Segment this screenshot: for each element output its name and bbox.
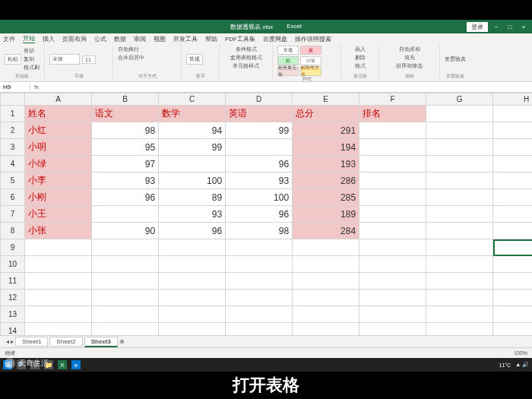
cell-D6[interactable]: 100 [226, 189, 293, 206]
cell-E6[interactable]: 285 [293, 189, 359, 206]
cell-D10[interactable] [226, 256, 293, 273]
cell-H2[interactable] [493, 122, 532, 139]
cell-G5[interactable] [426, 173, 493, 189]
row-header-7[interactable]: 7 [1, 206, 25, 223]
row-header-2[interactable]: 2 [1, 122, 25, 139]
cell-B2[interactable]: 98 [92, 122, 159, 139]
cell-C4[interactable] [159, 156, 226, 173]
cell-H12[interactable] [493, 290, 532, 306]
cell-A6[interactable]: 小刚 [25, 189, 92, 206]
row-header-4[interactable]: 4 [1, 156, 25, 173]
cell-G12[interactable] [426, 290, 493, 306]
sheet-tab-1[interactable]: Sheet1 [15, 337, 48, 347]
copy-button[interactable]: 复制 [24, 55, 40, 63]
cell-B4[interactable]: 97 [92, 156, 159, 173]
cell-G13[interactable] [426, 306, 493, 323]
cell-B14[interactable] [92, 323, 159, 336]
cell-C12[interactable] [159, 290, 226, 306]
cell-C6[interactable]: 89 [159, 189, 226, 206]
cell-F7[interactable] [359, 206, 426, 223]
painter-button[interactable]: 格式刷 [24, 64, 40, 71]
cell-C5[interactable]: 100 [159, 173, 226, 189]
cell-B6[interactable]: 96 [92, 189, 159, 206]
style-check[interactable]: 检查单元格 [277, 67, 299, 76]
wrap-button[interactable]: 自动换行 [118, 46, 139, 53]
cell-C10[interactable] [159, 256, 226, 273]
cell-C8[interactable]: 96 [159, 223, 226, 239]
col-header-H[interactable]: H [493, 93, 532, 106]
cell-F14[interactable] [359, 323, 426, 336]
cell-E5[interactable]: 286 [293, 173, 359, 189]
minimize-button[interactable]: − [491, 24, 502, 30]
cell-E7[interactable]: 189 [293, 206, 359, 223]
cell-G2[interactable] [426, 122, 493, 139]
login-button[interactable]: 登录 [467, 22, 488, 32]
cell-G11[interactable] [426, 273, 493, 290]
cell-B7[interactable] [92, 206, 159, 223]
row-header-6[interactable]: 6 [1, 189, 25, 206]
cell-F8[interactable] [359, 223, 426, 239]
cell-A10[interactable] [25, 256, 92, 273]
cell-F1[interactable]: 排名 [359, 106, 426, 122]
cell-H10[interactable] [493, 256, 532, 273]
fx-icon[interactable]: fx [30, 84, 43, 90]
cell-E2[interactable]: 291 [293, 122, 359, 139]
cell-C2[interactable]: 94 [159, 122, 226, 139]
col-header-D[interactable]: D [226, 93, 293, 106]
cell-C11[interactable] [159, 273, 226, 290]
cell-G3[interactable] [426, 139, 493, 156]
row-header-3[interactable]: 3 [1, 139, 25, 156]
row-header-8[interactable]: 8 [1, 223, 25, 239]
cell-D8[interactable]: 98 [226, 223, 293, 239]
style-explain[interactable]: 解释性文本 [300, 67, 321, 76]
tab-tellme[interactable]: 操作说明搜索 [295, 35, 331, 43]
cell-C9[interactable] [159, 239, 226, 256]
cell-B11[interactable] [92, 273, 159, 290]
tab-layout[interactable]: 页面布局 [62, 35, 87, 43]
cell-E12[interactable] [293, 290, 359, 306]
row-header-1[interactable]: 1 [1, 106, 25, 122]
cell-D1[interactable]: 英语 [226, 106, 293, 122]
cell-H7[interactable] [493, 206, 532, 223]
cell-B3[interactable]: 95 [92, 139, 159, 156]
cell-A8[interactable]: 小张 [25, 223, 92, 239]
tab-home[interactable]: 开始 [23, 34, 35, 43]
cell-A5[interactable]: 小李 [25, 173, 92, 189]
cell-C1[interactable]: 数学 [159, 106, 226, 122]
cell-D2[interactable]: 99 [226, 122, 293, 139]
insert-cells[interactable]: 插入 [355, 46, 366, 53]
cell-H4[interactable] [493, 156, 532, 173]
cell-B12[interactable] [92, 290, 159, 306]
cell-C13[interactable] [159, 306, 226, 323]
cell-H8[interactable] [493, 223, 532, 239]
cell-G4[interactable] [426, 156, 493, 173]
col-header-G[interactable]: G [426, 93, 493, 106]
invoice-verify[interactable]: 发票验真 [445, 55, 466, 63]
cell-H9[interactable] [493, 239, 532, 256]
row-header-5[interactable]: 5 [1, 173, 25, 189]
cut-button[interactable]: 剪切 [24, 47, 40, 55]
cell-B9[interactable] [92, 239, 159, 256]
cell-D9[interactable] [226, 239, 293, 256]
cell-H13[interactable] [493, 306, 532, 323]
cell-G10[interactable] [426, 256, 493, 273]
cell-G8[interactable] [426, 223, 493, 239]
tab-dev[interactable]: 开发工具 [173, 35, 198, 43]
cell-B5[interactable]: 93 [92, 173, 159, 189]
tab-file[interactable]: 文件 [3, 35, 15, 43]
sheet-tab-2[interactable]: Sheet2 [49, 337, 82, 347]
cell-A12[interactable] [25, 290, 92, 306]
font-size[interactable]: 11 [82, 55, 96, 64]
tab-view[interactable]: 视图 [154, 35, 166, 43]
cell-A9[interactable] [25, 239, 92, 256]
cell-E9[interactable] [293, 239, 359, 256]
cell-A1[interactable]: 姓名 [25, 106, 92, 122]
cell-F2[interactable] [359, 122, 426, 139]
cell-G9[interactable] [426, 239, 493, 256]
name-box[interactable]: H9 [0, 84, 30, 90]
cell-C7[interactable]: 93 [159, 206, 226, 223]
row-header-11[interactable]: 11 [1, 273, 25, 290]
cell-D7[interactable]: 96 [226, 206, 293, 223]
cell-F10[interactable] [359, 256, 426, 273]
col-header-A[interactable]: A [25, 93, 92, 106]
